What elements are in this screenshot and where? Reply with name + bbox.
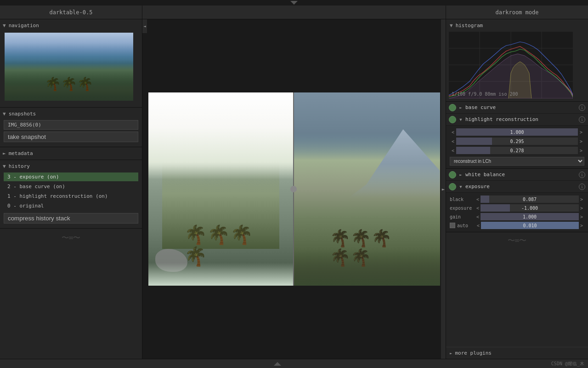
highlight-reconstruction-label: highlight reconstruction [465,116,579,122]
exposure-info[interactable]: i [579,184,585,190]
reconstruct-select[interactable]: reconstruct in LCh reconstruct in HSV [450,157,584,166]
main-area: ▼ navigation ▼ snapshots IMG_8856(0) tak… [0,19,588,359]
history-header[interactable]: ▼ history [0,162,142,171]
white-balance-row[interactable]: ► white balance i [446,169,588,181]
history-item-3[interactable]: 3 - exposure (on) [4,172,138,181]
base-curve-label: base curve [465,104,579,110]
snapshot-item[interactable]: IMG_8856(0) [4,120,138,130]
bottom-center-arrow-down[interactable] [274,362,281,366]
histogram-header[interactable]: ▼ histogram [449,21,585,30]
history-item-1-label: 1 - highlight reconstruction (on) [7,193,108,199]
image-right [293,92,440,286]
exposure-black-fill [481,196,489,203]
exposure-gain-row: gain < 1.000 > [450,213,584,220]
highlight-param-3-bar[interactable]: 0.278 [456,147,578,154]
center-area [147,19,441,359]
snapshots-content: IMG_8856(0) take snapshot [0,118,142,145]
navigation-thumbnail [0,30,142,105]
exposure-auto-checkbox[interactable] [450,223,455,228]
highlight-param-1-bar[interactable]: 1.000 [456,128,578,136]
histogram-svg [449,32,573,98]
history-item-0[interactable]: 0 - original [4,201,138,210]
highlight-param-1-left[interactable]: < [450,130,456,135]
exposure-black-left[interactable]: < [475,197,481,202]
exposure-exp-left[interactable]: < [475,206,481,211]
exposure-exp-label: exposure [450,206,475,211]
image-container [148,92,440,286]
histogram-info-text: 1/100 f/9.0 80mm iso 200 [452,92,518,97]
take-snapshot-button[interactable]: take snapshot [4,132,138,142]
highlight-reconstruction-expand[interactable]: ▼ [458,117,464,122]
app-title-right: darkroom mode [446,6,588,19]
top-center-arrow-up[interactable] [290,1,298,5]
highlight-reconstruction-info[interactable]: i [579,116,585,123]
watermark-text: CSDN @耀临_木 [551,361,584,367]
highlight-param-2-left[interactable]: < [450,139,456,144]
top-bar-center [142,6,446,19]
right-panel-collapse[interactable]: ► [441,19,446,359]
navigation-label: navigation [9,23,39,29]
base-curve-info[interactable]: i [579,104,585,111]
history-item-2[interactable]: 2 - base curve (on) [4,182,138,191]
left-swirl-decoration: 〜∞〜 [0,229,142,247]
base-curve-row[interactable]: ► base curve i [446,102,588,114]
highlight-param-3-left[interactable]: < [450,148,456,153]
highlight-reconstruction-content: < 1.000 > < 0.295 > < [446,126,588,169]
exposure-content: black < 0.087 > exposure < -1.000 > [446,193,588,232]
app-title-right-text: darkroom mode [496,9,539,16]
exposure-gain-bar[interactable]: 1.000 [481,213,579,220]
base-curve-expand[interactable]: ► [458,105,464,110]
exposure-black-row: black < 0.087 > [450,196,584,203]
exposure-gain-left[interactable]: < [475,214,481,219]
navigation-section: ▼ navigation [0,19,142,108]
left-panel-collapse[interactable]: ◄ [142,19,147,33]
app-title-left-text: darktable-0.5 [50,9,93,16]
highlight-param-2-bar[interactable]: 0.295 [456,138,578,145]
reconstruct-select-container: reconstruct in LCh reconstruct in HSV [450,156,584,166]
split-handle[interactable] [290,186,297,192]
snapshots-label: snapshots [9,111,36,117]
exposure-expand[interactable]: ▼ [458,184,464,190]
highlight-param-2-right[interactable]: > [578,139,584,144]
exposure-exp-bar[interactable]: -1.000 [481,204,579,212]
base-curve-enable[interactable] [449,104,456,111]
top-bar: darktable-0.5 darkroom mode [0,6,588,19]
history-section: ▼ history 3 - exposure (on) 2 - base cur… [0,160,142,229]
white-balance-info[interactable]: i [579,172,585,178]
highlight-param-1-right[interactable]: > [578,130,584,135]
exposure-exp-right[interactable]: > [579,206,584,211]
white-balance-label: white balance [465,172,579,178]
compress-history-button[interactable]: compress history stack [4,213,138,224]
more-plugins-row[interactable]: ► more plugins [446,347,588,359]
exposure-black-right[interactable]: > [579,197,584,202]
metadata-section: ► metadata [0,147,142,160]
history-item-1[interactable]: 1 - highlight reconstruction (on) [4,192,138,201]
snapshots-arrow: ▼ [3,111,6,117]
navigation-header[interactable]: ▼ navigation [0,21,142,30]
exposure-enable[interactable] [449,183,456,190]
highlight-param-3-right[interactable]: > [578,148,584,153]
highlight-param-3-fill [456,147,490,154]
exposure-black-bar[interactable]: 0.087 [481,196,579,203]
navigation-arrow: ▼ [3,23,6,29]
snapshots-header[interactable]: ▼ snapshots [0,109,142,118]
white-balance-enable[interactable] [449,171,456,178]
metadata-header[interactable]: ► metadata [0,149,142,158]
exposure-row[interactable]: ▼ exposure i [446,181,588,193]
exposure-gain-label: gain [450,214,475,219]
highlight-param-3-row: < 0.278 > [450,147,584,154]
highlight-param-1-row: < 1.000 > [450,128,584,136]
snapshot-item-text: IMG_8856(0) [8,122,41,128]
exposure-auto-right[interactable]: > [579,223,584,228]
metadata-label: metadata [9,150,33,156]
highlight-param-1-value: 1.000 [510,130,524,135]
exposure-auto-bar[interactable]: 0.010 [481,222,579,229]
highlight-reconstruction-enable[interactable] [449,116,456,123]
white-balance-expand[interactable]: ► [458,172,464,178]
highlight-reconstruction-row[interactable]: ▼ highlight reconstruction i [446,114,588,126]
exposure-auto-left[interactable]: < [475,223,481,228]
exposure-black-value: 0.087 [523,197,537,202]
history-label: history [9,163,30,169]
exposure-gain-right[interactable]: > [579,214,584,219]
snapshots-section: ▼ snapshots IMG_8856(0) take snapshot [0,108,142,147]
